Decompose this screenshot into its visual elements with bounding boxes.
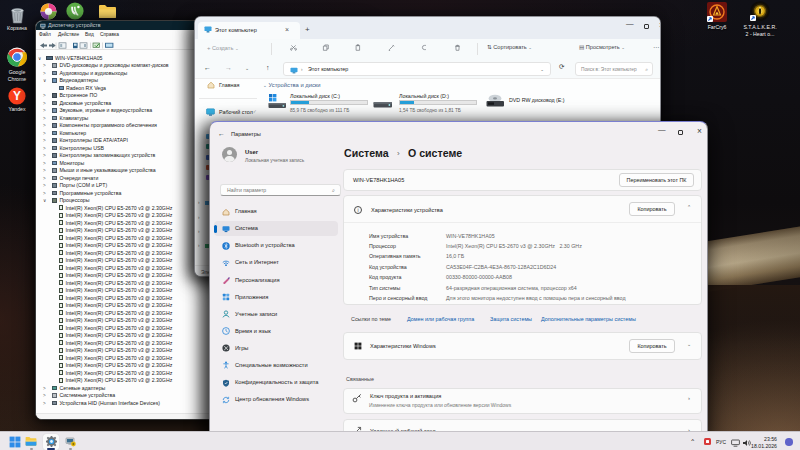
svg-text:Y: Y <box>13 89 21 103</box>
